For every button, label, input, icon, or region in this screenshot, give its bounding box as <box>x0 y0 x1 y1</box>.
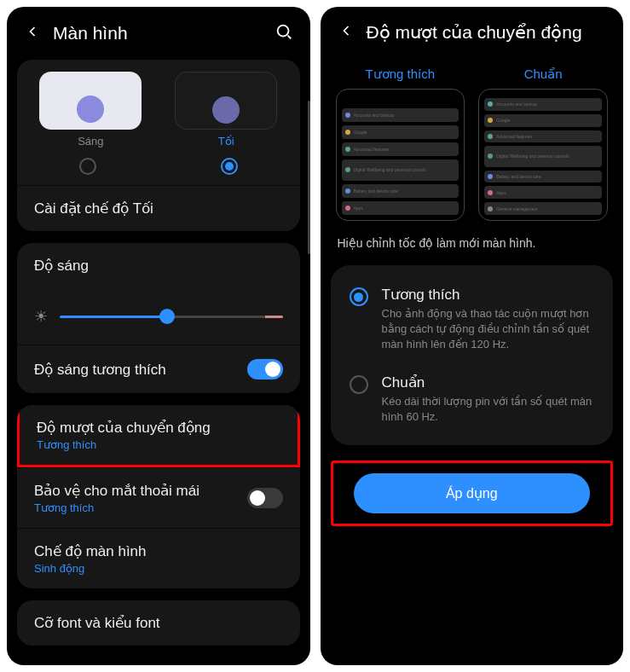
scrollbar[interactable] <box>308 101 310 254</box>
page-title: Màn hình <box>53 23 263 43</box>
radio-standard[interactable] <box>350 375 368 394</box>
page-title: Độ mượt của chuyển động <box>367 22 607 43</box>
radio-light[interactable] <box>79 158 96 175</box>
radio-dark[interactable] <box>221 158 238 175</box>
preview-standard: Chuẩn Accounts and backup Google Advance… <box>478 67 608 221</box>
apply-button[interactable]: Áp dụng <box>354 473 591 513</box>
eye-comfort-toggle[interactable] <box>247 488 283 508</box>
back-icon[interactable] <box>24 23 41 43</box>
preview-adaptive: Tương thích Accounts and backup Google A… <box>336 67 465 221</box>
option-adaptive[interactable]: Tương thích Cho ảnh động và thao tác cuộ… <box>346 277 598 362</box>
adaptive-brightness-toggle[interactable] <box>247 359 283 379</box>
motion-smoothness-item[interactable]: Độ mượt của chuyển động Tương thích <box>17 405 300 467</box>
svg-point-0 <box>277 26 288 37</box>
font-settings-item[interactable]: Cỡ font và kiểu font <box>17 600 300 646</box>
dark-mode-settings[interactable]: Cài đặt chế độ Tối <box>17 185 300 231</box>
brightness-label: Độ sáng <box>17 243 300 288</box>
adaptive-brightness[interactable]: Độ sáng tương thích <box>17 345 300 393</box>
theme-option-dark[interactable]: Tối <box>161 72 292 151</box>
option-standard[interactable]: Chuẩn Kéo dài thời lượng pin với tần số … <box>346 365 598 433</box>
eye-comfort-item[interactable]: Bảo vệ cho mắt thoải mái Tương thích <box>17 467 300 528</box>
sun-icon: ☀ <box>34 307 48 326</box>
back-icon[interactable] <box>338 22 355 43</box>
brightness-slider[interactable] <box>60 316 283 318</box>
search-icon[interactable] <box>275 22 293 44</box>
description: Hiệu chỉnh tốc độ làm mới màn hình. <box>321 236 624 265</box>
screen-mode-item[interactable]: Chế độ màn hình Sinh động <box>17 528 300 588</box>
theme-option-light[interactable]: Sáng <box>26 72 156 151</box>
radio-adaptive[interactable] <box>350 287 368 306</box>
